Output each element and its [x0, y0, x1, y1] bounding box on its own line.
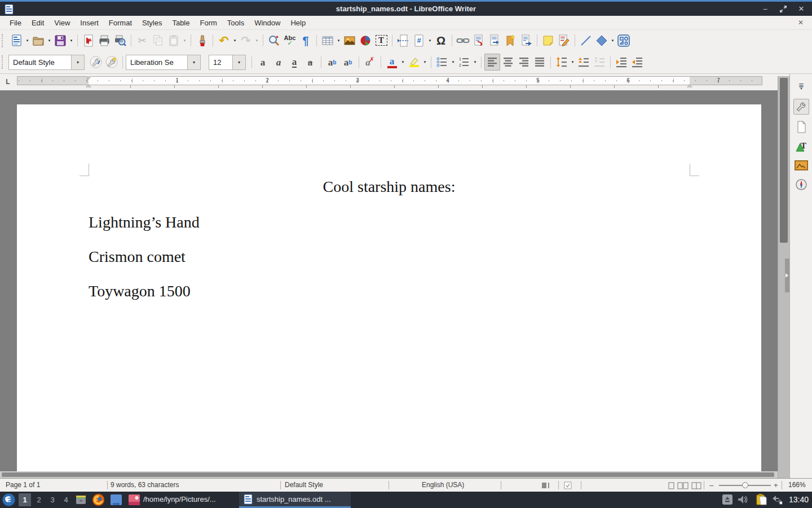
undo-dropdown[interactable]: ▾ [232, 32, 238, 49]
menu-format[interactable]: Format [104, 16, 137, 29]
draw-functions-button[interactable] [616, 32, 632, 49]
sidebar-gallery-button[interactable] [793, 157, 809, 173]
toolbar-grip[interactable] [2, 34, 5, 47]
menu-form[interactable]: Form [195, 16, 222, 29]
doc-paragraph[interactable]: Toywagon 1500 [89, 282, 690, 301]
track-changes-button[interactable] [556, 32, 572, 49]
removable-media-icon[interactable] [722, 494, 733, 507]
underline-button[interactable]: a [286, 54, 302, 71]
zoom-in-button[interactable]: + [774, 481, 778, 489]
insert-field-button[interactable]: # [411, 32, 427, 49]
insert-field-dropdown[interactable]: ▾ [427, 32, 433, 49]
insert-line-button[interactable] [578, 32, 594, 49]
special-character-button[interactable]: Ω [433, 32, 449, 49]
line-spacing-dropdown[interactable]: ▾ [570, 54, 576, 71]
workspace-1[interactable]: 1 [19, 493, 31, 506]
selection-mode-icon[interactable] [564, 481, 572, 491]
horizontal-scrollbar[interactable] [0, 471, 778, 478]
vertical-scrollbar-thumb[interactable] [780, 78, 788, 243]
volume-icon[interactable] [738, 495, 748, 506]
find-replace-button[interactable] [266, 32, 282, 49]
restore-button[interactable] [778, 4, 788, 14]
insert-footnote-button[interactable] [471, 32, 487, 49]
paragraph-style-combo[interactable]: Default Style [8, 55, 72, 70]
firefox-task-icon[interactable] [92, 493, 105, 508]
new-document-dropdown[interactable]: ▾ [24, 32, 30, 49]
insert-cross-reference-button[interactable] [518, 32, 534, 49]
new-document-button[interactable] [8, 32, 24, 49]
text-language[interactable]: English (USA) [422, 481, 464, 489]
decrease-indent-button[interactable] [629, 54, 645, 71]
network-offline-icon[interactable] [771, 494, 784, 507]
font-size-dropdown[interactable]: ▾ [233, 55, 246, 70]
print-button[interactable] [96, 32, 112, 49]
font-color-dropdown[interactable]: ▾ [400, 54, 406, 71]
sidebar-hide-handle[interactable] [785, 259, 789, 292]
basic-shapes-button[interactable] [594, 32, 610, 49]
menu-table[interactable]: Table [167, 16, 195, 29]
zoom-out-button[interactable]: – [709, 481, 713, 489]
ordered-list-button[interactable]: 12 [456, 54, 472, 71]
unordered-list-button[interactable] [434, 54, 450, 71]
task-writer-window-active[interactable]: startship_names.odt ... [239, 492, 351, 508]
ordered-list-dropdown[interactable]: ▾ [472, 54, 478, 71]
horizontal-scrollbar-thumb[interactable] [2, 472, 774, 477]
insert-image-button[interactable] [342, 32, 358, 49]
align-justify-button[interactable] [532, 54, 548, 71]
new-style-button[interactable] [104, 54, 120, 71]
subscript-button[interactable]: ab [340, 54, 356, 71]
document-page[interactable]: Cool starship names: Lightning’s Hand Cr… [17, 104, 761, 471]
applications-menu-button[interactable] [2, 493, 15, 508]
workspace-4[interactable]: 4 [60, 493, 72, 506]
italic-button[interactable]: a [271, 54, 286, 71]
save-dropdown[interactable]: ▾ [68, 32, 74, 49]
open-dropdown[interactable]: ▾ [46, 32, 52, 49]
taskbar-clock[interactable]: 13:40 [789, 495, 809, 504]
sidebar-page-button[interactable] [793, 119, 809, 135]
toolbar-grip[interactable] [2, 55, 5, 69]
clipboard-manager-icon[interactable] [756, 493, 767, 508]
sidebar-styles-button[interactable]: T [793, 138, 809, 154]
insert-bookmark-button[interactable] [502, 32, 518, 49]
export-pdf-button[interactable] [81, 32, 96, 49]
increase-paragraph-spacing-button[interactable] [576, 54, 592, 71]
font-name-dropdown[interactable]: ▾ [188, 55, 201, 70]
multi-page-view-icon[interactable] [677, 482, 689, 491]
document-text[interactable]: Cool starship names: Lightning’s Hand Cr… [17, 104, 761, 301]
close-document-button[interactable]: ✕ [796, 18, 805, 27]
strikethrough-button[interactable]: a [302, 54, 318, 71]
font-name-combo[interactable]: Liberation Se [126, 55, 188, 70]
doc-heading[interactable]: Cool starship names: [89, 177, 690, 197]
page-style[interactable]: Default Style [285, 481, 323, 489]
unordered-list-dropdown[interactable]: ▾ [450, 54, 456, 71]
align-right-button[interactable] [516, 54, 532, 71]
single-page-view-icon[interactable] [668, 482, 674, 491]
formatting-marks-button[interactable]: ¶ [298, 32, 314, 49]
insert-endnote-button[interactable] [487, 32, 502, 49]
overwrite-mode-icon[interactable] [541, 482, 550, 491]
insert-chart-button[interactable] [358, 32, 373, 49]
insert-hyperlink-button[interactable] [455, 32, 471, 49]
increase-indent-button[interactable] [614, 54, 629, 71]
doc-paragraph[interactable]: Crismon comet [89, 247, 690, 266]
sidebar-settings-button[interactable]: ≡▾ [793, 78, 809, 94]
insert-table-button[interactable] [320, 32, 336, 49]
zoom-level[interactable]: 166% [788, 481, 806, 489]
insert-comment-button[interactable] [540, 32, 556, 49]
update-style-button[interactable] [88, 54, 104, 71]
print-preview-button[interactable] [112, 32, 128, 49]
insert-table-dropdown[interactable]: ▾ [336, 32, 342, 49]
book-view-icon[interactable] [691, 482, 701, 491]
word-count[interactable]: 9 words, 63 characters [111, 481, 179, 489]
tab-stop-selector[interactable]: L [3, 77, 12, 86]
menu-edit[interactable]: Edit [27, 16, 49, 29]
minimize-button[interactable]: – [760, 4, 770, 14]
image-viewer-task-icon[interactable] [128, 494, 140, 508]
zoom-slider-knob[interactable] [742, 482, 748, 488]
highlight-color-dropdown[interactable]: ▾ [422, 54, 428, 71]
doc-paragraph[interactable]: Lightning’s Hand [89, 213, 690, 232]
clear-formatting-button[interactable]: a✗ [362, 54, 378, 71]
align-left-button[interactable] [484, 54, 500, 71]
save-button[interactable] [52, 32, 68, 49]
menu-tools[interactable]: Tools [222, 16, 249, 29]
